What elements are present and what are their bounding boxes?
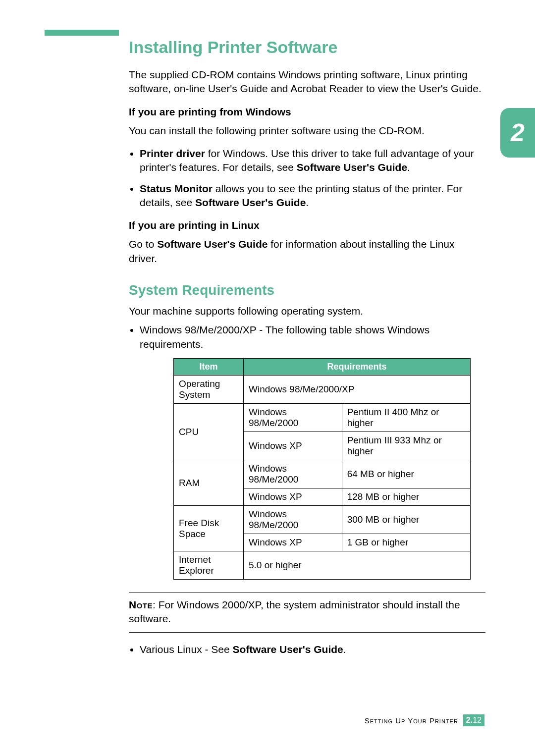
bullet-bold: Status Monitor bbox=[140, 183, 213, 194]
th-req: Requirements bbox=[244, 359, 471, 376]
note-block: Note: For Windows 2000/XP, the system ad… bbox=[129, 593, 485, 633]
table-row: Operating System Windows 98/Me/2000/XP bbox=[174, 376, 471, 404]
cell-spec: Pentium III 933 Mhz or higher bbox=[342, 432, 470, 460]
linux-paragraph: Go to Software User's Guide for informat… bbox=[129, 237, 485, 266]
cell-spec: 64 MB or higher bbox=[342, 460, 470, 488]
cell-spec: Pentium II 400 Mhz or higher bbox=[342, 404, 470, 432]
cell-item: Free Disk Space bbox=[174, 506, 244, 551]
intro-paragraph: The supplied CD-ROM contains Windows pri… bbox=[129, 68, 485, 96]
linux-bullet-bold: Software User's Guide bbox=[233, 644, 343, 655]
bullet-bold: Printer driver bbox=[140, 148, 205, 159]
content-area: Installing Printer Software The supplied… bbox=[129, 38, 485, 665]
page-title: Installing Printer Software bbox=[129, 38, 485, 57]
linux-bullet-pre: Various Linux - See bbox=[140, 644, 233, 655]
bullet-tail: . bbox=[306, 197, 309, 208]
page-prefix: 2. bbox=[466, 716, 473, 724]
cell-spec: 300 MB or higher bbox=[342, 506, 470, 534]
table-header-row: Item Requirements bbox=[174, 359, 471, 376]
bullet-bold-ref: Software User's Guide bbox=[297, 162, 407, 173]
page: 2 Installing Printer Software The suppli… bbox=[0, 0, 535, 756]
table-row: Free Disk Space Windows 98/Me/2000 300 M… bbox=[174, 506, 471, 534]
sysreq-heading: System Requirements bbox=[129, 282, 485, 298]
linux-bullet-post: . bbox=[343, 644, 346, 655]
page-footer: Setting Up Your Printer 2.12 bbox=[365, 714, 484, 726]
page-number-badge: 2.12 bbox=[463, 714, 484, 726]
table-row: Internet Explorer 5.0 or higher bbox=[174, 551, 471, 580]
linux-heading: If you are printing in Linux bbox=[129, 219, 485, 231]
windows-heading: If you are printing from Windows bbox=[129, 106, 485, 118]
windows-bullet-1: Printer driver for Windows. Use this dri… bbox=[140, 147, 485, 175]
table-row: RAM Windows 98/Me/2000 64 MB or higher bbox=[174, 460, 471, 488]
windows-bullet-list: Printer driver for Windows. Use this dri… bbox=[129, 147, 485, 210]
linux-pre: Go to bbox=[129, 238, 157, 250]
page-suffix: 12 bbox=[473, 716, 482, 724]
bullet-tail: . bbox=[407, 162, 410, 173]
requirements-table: Item Requirements Operating System Windo… bbox=[173, 358, 471, 580]
linux-bullet-list: Various Linux - See Software User's Guid… bbox=[129, 643, 485, 656]
cell-os: Windows 98/Me/2000 bbox=[244, 506, 342, 534]
cell-os: Windows XP bbox=[244, 534, 342, 551]
sysreq-bullet: Windows 98/Me/2000/XP - The following ta… bbox=[140, 323, 485, 351]
header-accent-bar bbox=[45, 30, 119, 36]
windows-lead: You can install the following printer so… bbox=[129, 124, 485, 138]
footer-section: Setting Up Your Printer bbox=[365, 716, 458, 725]
cell-req: Windows 98/Me/2000/XP bbox=[244, 376, 471, 404]
cell-req: 5.0 or higher bbox=[244, 551, 471, 580]
linux-bold-ref: Software User's Guide bbox=[157, 238, 268, 250]
table-row: CPU Windows 98/Me/2000 Pentium II 400 Mh… bbox=[174, 404, 471, 432]
cell-item: RAM bbox=[174, 460, 244, 506]
cell-os: Windows 98/Me/2000 bbox=[244, 460, 342, 488]
cell-spec: 128 MB or higher bbox=[342, 488, 470, 506]
chapter-tab: 2 bbox=[500, 108, 535, 158]
note-text: : For Windows 2000/XP, the system admini… bbox=[129, 599, 460, 624]
cell-os: Windows XP bbox=[244, 432, 342, 460]
note-label: Note bbox=[129, 599, 153, 610]
sysreq-bullet-list: Windows 98/Me/2000/XP - The following ta… bbox=[129, 323, 485, 351]
windows-bullet-2: Status Monitor allows you to see the pri… bbox=[140, 182, 485, 210]
cell-item: Operating System bbox=[174, 376, 244, 404]
bullet-bold-ref: Software User's Guide bbox=[195, 197, 306, 208]
th-item: Item bbox=[174, 359, 244, 376]
linux-various-bullet: Various Linux - See Software User's Guid… bbox=[140, 643, 485, 656]
cell-os: Windows 98/Me/2000 bbox=[244, 404, 342, 432]
chapter-number: 2 bbox=[511, 118, 525, 147]
cell-item: Internet Explorer bbox=[174, 551, 244, 580]
cell-item: CPU bbox=[174, 404, 244, 460]
cell-os: Windows XP bbox=[244, 488, 342, 506]
sysreq-lead: Your machine supports following operatin… bbox=[129, 304, 485, 318]
cell-spec: 1 GB or higher bbox=[342, 534, 470, 551]
